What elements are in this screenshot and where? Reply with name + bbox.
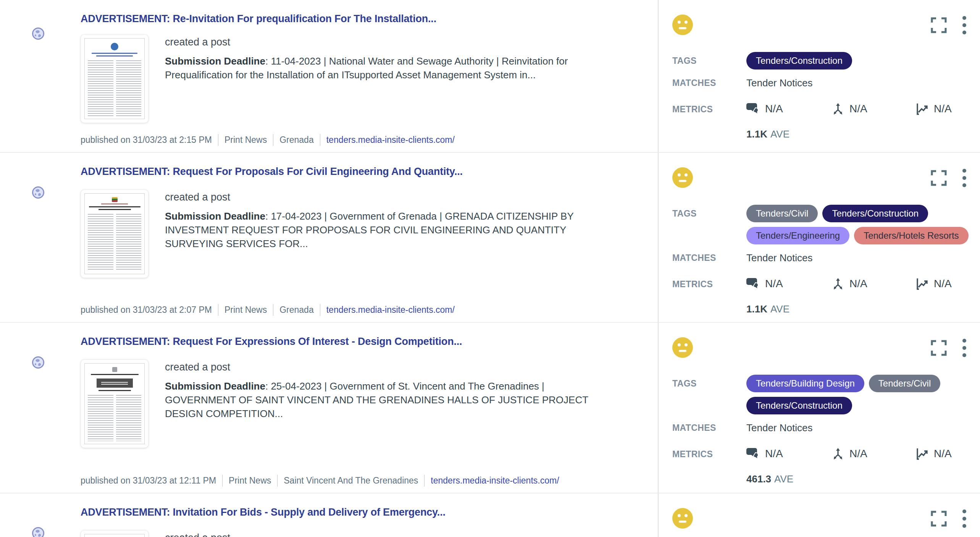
source-link[interactable]: tenders.media-insite-clients.com/ bbox=[320, 304, 461, 316]
comments-icon bbox=[746, 102, 761, 116]
post-title-link[interactable]: ADVERTISEMENT: Request For Expressions O… bbox=[81, 336, 646, 348]
trend-icon bbox=[915, 446, 930, 461]
ave-label: AVE bbox=[774, 473, 793, 485]
ave-value: 1.1K bbox=[746, 303, 767, 315]
post-title-link[interactable]: ADVERTISEMENT: Invitation For Bids - Sup… bbox=[81, 506, 646, 518]
tags-label: TAGS bbox=[672, 52, 746, 70]
tag-pill[interactable]: Tenders/Construction bbox=[746, 397, 852, 414]
matches-label: MATCHES bbox=[672, 422, 746, 433]
tag-list: Tenders/Civil Tenders/Construction Tende… bbox=[746, 205, 970, 244]
tag-pill[interactable]: Tenders/Hotels Resorts bbox=[854, 227, 968, 244]
location: Grenada bbox=[273, 134, 320, 146]
matches-label: MATCHES bbox=[672, 252, 746, 264]
result-card: ADVERTISEMENT: Re-Invitation For prequal… bbox=[0, 0, 980, 152]
more-options-icon[interactable] bbox=[959, 15, 970, 36]
location: Saint Vincent And The Grenadines bbox=[277, 475, 424, 487]
more-options-icon[interactable] bbox=[959, 167, 970, 189]
reach-value: N/A bbox=[849, 103, 867, 115]
published-date: published on 31/03/23 at 12:11 PM bbox=[81, 475, 222, 487]
source-link[interactable]: tenders.media-insite-clients.com/ bbox=[320, 134, 461, 146]
fullscreen-icon[interactable] bbox=[930, 17, 947, 34]
tag-list: Tenders/Building Design Tenders/Civil Te… bbox=[746, 375, 970, 414]
ave-value: 1.1K bbox=[746, 128, 767, 140]
metrics-label: METRICS bbox=[672, 446, 746, 462]
tag-pill[interactable]: Tenders/Engineering bbox=[746, 227, 849, 244]
fullscreen-icon[interactable] bbox=[930, 510, 947, 527]
trend-value: N/A bbox=[934, 103, 952, 115]
document-preview bbox=[84, 534, 145, 537]
more-options-icon[interactable] bbox=[959, 337, 970, 359]
comments-value: N/A bbox=[765, 103, 783, 115]
trend-value: N/A bbox=[934, 448, 952, 460]
post-thumbnail[interactable] bbox=[81, 359, 149, 448]
published-date: published on 31/03/23 at 2:15 PM bbox=[81, 134, 218, 146]
details-panel: TAGS Tenders/Construction MATCHES Tender… bbox=[658, 0, 980, 152]
post-thumbnail[interactable] bbox=[81, 189, 149, 278]
comments-value: N/A bbox=[765, 448, 783, 460]
post-thumbnail[interactable] bbox=[81, 530, 149, 537]
details-panel: TAGS Tenders/Building Design Tenders/Civ… bbox=[658, 323, 980, 493]
post-title-link[interactable]: ADVERTISEMENT: Re-Invitation For prequal… bbox=[81, 13, 646, 25]
reach-icon bbox=[831, 102, 845, 116]
tag-pill[interactable]: Tenders/Civil bbox=[746, 205, 818, 222]
comments-value: N/A bbox=[765, 278, 783, 290]
result-card: ADVERTISEMENT: Invitation For Bids - Sup… bbox=[0, 493, 980, 537]
publish-meta: published on 31/03/23 at 12:11 PM Print … bbox=[81, 475, 565, 487]
source-globe-icon bbox=[32, 186, 44, 199]
fullscreen-icon[interactable] bbox=[930, 170, 947, 186]
document-preview bbox=[84, 193, 145, 274]
source-globe-icon bbox=[32, 27, 44, 40]
media-type: Print News bbox=[218, 134, 273, 146]
post-excerpt: Submission Deadline: 25-04-2023 | Govern… bbox=[165, 379, 617, 421]
created-a-post-label: created a post bbox=[165, 361, 617, 373]
document-preview bbox=[84, 363, 145, 444]
published-date: published on 31/03/23 at 2:07 PM bbox=[81, 304, 218, 316]
tag-pill[interactable]: Tenders/Civil bbox=[869, 375, 940, 392]
fullscreen-icon[interactable] bbox=[930, 340, 947, 356]
reach-icon bbox=[831, 446, 845, 461]
metrics-label: METRICS bbox=[672, 277, 746, 292]
ave-label: AVE bbox=[770, 128, 789, 140]
ave-value: 461.3 bbox=[746, 473, 771, 485]
reach-icon bbox=[831, 277, 845, 291]
sentiment-neutral-icon[interactable] bbox=[672, 167, 693, 188]
ave-label: AVE bbox=[770, 303, 789, 315]
post-excerpt: Submission Deadline: 17-04-2023 | Govern… bbox=[165, 209, 617, 251]
more-options-icon[interactable] bbox=[959, 508, 970, 529]
matches-label: MATCHES bbox=[672, 77, 746, 89]
post-excerpt: Submission Deadline: 11-04-2023 | Nation… bbox=[165, 54, 617, 82]
sentiment-neutral-icon[interactable] bbox=[672, 508, 693, 529]
tag-pill[interactable]: Tenders/Construction bbox=[746, 52, 852, 70]
source-link[interactable]: tenders.media-insite-clients.com/ bbox=[424, 475, 565, 487]
tags-label: TAGS bbox=[672, 375, 746, 392]
trend-icon bbox=[915, 277, 930, 291]
matches-value: Tender Notices bbox=[746, 422, 812, 433]
comments-icon bbox=[746, 446, 761, 461]
publish-meta: published on 31/03/23 at 2:07 PM Print N… bbox=[81, 304, 461, 316]
media-type: Print News bbox=[222, 475, 277, 487]
deadline-label: Submission Deadline bbox=[165, 55, 265, 67]
media-type: Print News bbox=[218, 304, 273, 316]
created-a-post-label: created a post bbox=[165, 191, 617, 203]
sentiment-neutral-icon[interactable] bbox=[672, 15, 693, 35]
document-preview bbox=[84, 38, 145, 119]
reach-value: N/A bbox=[849, 448, 867, 460]
post-thumbnail[interactable] bbox=[81, 34, 149, 123]
reach-value: N/A bbox=[849, 278, 867, 290]
details-panel: TAGS Tenders/Civil Tenders/Construction … bbox=[658, 153, 980, 322]
tags-label: TAGS bbox=[672, 205, 746, 222]
metrics-label: METRICS bbox=[672, 102, 746, 117]
result-card: ADVERTISEMENT: Request For Expressions O… bbox=[0, 322, 980, 493]
comments-icon bbox=[746, 277, 761, 291]
location: Grenada bbox=[273, 304, 320, 316]
created-a-post-label: created a post bbox=[165, 532, 617, 537]
post-title-link[interactable]: ADVERTISEMENT: Request For Proposals For… bbox=[81, 166, 646, 178]
deadline-label: Submission Deadline bbox=[165, 380, 265, 392]
tag-pill[interactable]: Tenders/Construction bbox=[822, 205, 928, 222]
result-card: ADVERTISEMENT: Request For Proposals For… bbox=[0, 152, 980, 322]
source-globe-icon bbox=[32, 527, 44, 537]
matches-value: Tender Notices bbox=[746, 77, 812, 89]
tag-pill[interactable]: Tenders/Building Design bbox=[746, 375, 864, 392]
trend-value: N/A bbox=[934, 278, 952, 290]
sentiment-neutral-icon[interactable] bbox=[672, 337, 693, 358]
